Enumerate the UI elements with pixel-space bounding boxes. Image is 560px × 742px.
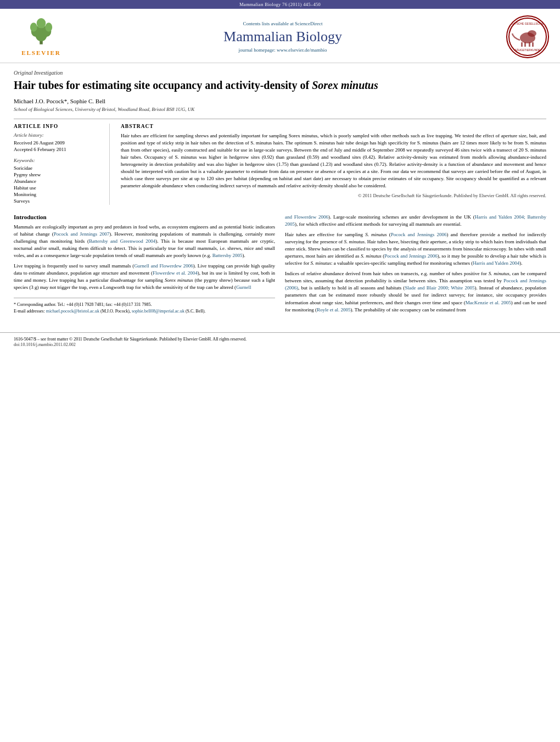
history-label: Article history:	[14, 132, 102, 138]
abstract-text: Hair tubes are efficient for sampling sh…	[121, 132, 546, 189]
svg-point-9	[528, 30, 536, 37]
keyword-pygmy: Pygmy shrew	[14, 172, 102, 177]
elsevier-wordmark: ELSEVIER	[21, 49, 61, 56]
intro-heading: Introduction	[14, 214, 275, 220]
svg-rect-11	[524, 42, 526, 47]
keyword-habitat: Habitat use	[14, 185, 102, 191]
svg-text:DEUTSCHE GESELLSCHAFT: DEUTSCHE GESELLSCHAFT	[509, 22, 546, 25]
abstract-heading: ABSTRACT	[121, 124, 546, 129]
body-right-col: and Flowerdew 2006). Large-scale monitor…	[285, 214, 546, 317]
right-para-1: and Flowerdew 2006). Large-scale monitor…	[285, 214, 546, 228]
svg-rect-13	[532, 42, 534, 47]
journal-top-bar: Mammalian Biology 76 (2011) 445–450	[0, 0, 560, 9]
elsevier-tree-icon	[22, 18, 60, 48]
body-left-col: Introduction Mammals are ecologically im…	[14, 214, 275, 317]
received-date: Received 26 August 2009	[14, 140, 102, 146]
accepted-date: Accepted 6 February 2011	[14, 147, 102, 152]
svg-rect-10	[521, 42, 523, 47]
abstract-col: ABSTRACT Hair tubes are efficient for sa…	[121, 124, 546, 205]
paper-title: Hair tubes for estimating site occupancy…	[14, 78, 546, 92]
article-info-heading: ARTICLE INFO	[14, 124, 102, 129]
journal-homepage: journal homepage: www.elsevier.de/mambio	[71, 47, 494, 53]
footer-doi: doi:10.1016/j.mambio.2011.02.002	[14, 342, 546, 347]
footnote-emails: E-mail addresses: michael.pocock@bristol…	[14, 308, 275, 314]
footnote-section: * Corresponding author. Tel.: +44 (0)11 …	[14, 298, 275, 314]
keywords-label: Keywords:	[14, 158, 102, 163]
intro-para-2: Live trapping is frequently used to surv…	[14, 263, 275, 291]
dgsm-logo-area: DEUTSCHE GESELLSCHAFT SÄUGETIERKUNDE	[494, 15, 549, 58]
right-para-2: Hair tubes are effective for sampling S.…	[285, 231, 546, 267]
header-section: ELSEVIER Contents lists available at Sci…	[0, 9, 560, 63]
section-label: Original Investigation	[14, 70, 546, 76]
svg-rect-12	[529, 42, 530, 47]
svg-point-5	[45, 23, 52, 32]
journal-header-center: Contents lists available at ScienceDirec…	[71, 21, 494, 53]
divider-1	[14, 119, 546, 119]
footnote-star: * Corresponding author. Tel.: +44 (0)11 …	[14, 302, 275, 308]
elsevier-logo: ELSEVIER	[11, 18, 71, 56]
journal-title: Mammalian Biology	[71, 29, 494, 45]
intro-para-1: Mammals are ecologically important as pr…	[14, 224, 275, 259]
right-para-3: Indices of relative abundance derived fr…	[285, 270, 546, 313]
dgsm-logo-icon: DEUTSCHE GESELLSCHAFT SÄUGETIERKUNDE	[508, 17, 547, 57]
keyword-abundance: Abundance	[14, 178, 102, 184]
svg-text:SÄUGETIERKUNDE: SÄUGETIERKUNDE	[515, 48, 541, 52]
keyword-soricidae: Soricidae	[14, 165, 102, 171]
authors: Michael J.O. Pocock*, Sophie C. Bell	[14, 98, 546, 104]
dgsm-circle-logo: DEUTSCHE GESELLSCHAFT SÄUGETIERKUNDE	[506, 15, 549, 58]
article-info-col: ARTICLE INFO Article history: Received 2…	[14, 124, 110, 205]
svg-point-6	[37, 18, 46, 28]
affiliation: School of Biological Sciences, Universit…	[14, 107, 546, 112]
copyright-line: © 2011 Deutsche Gesellschaft für Säugeti…	[121, 193, 546, 198]
contents-link: Contents lists available at ScienceDirec…	[71, 21, 494, 26]
body-section: Introduction Mammals are ecologically im…	[14, 214, 546, 317]
footer-issn: 1616-5047/$ – see front matter © 2011 De…	[14, 336, 546, 342]
main-content: Original Investigation Hair tubes for es…	[0, 63, 560, 323]
keyword-surveys: Surveys	[14, 198, 102, 204]
svg-point-4	[30, 23, 37, 32]
article-info-abstract: ARTICLE INFO Article history: Received 2…	[14, 124, 546, 205]
keyword-monitoring: Monitoring	[14, 192, 102, 197]
page-footer: 1616-5047/$ – see front matter © 2011 De…	[0, 332, 560, 350]
